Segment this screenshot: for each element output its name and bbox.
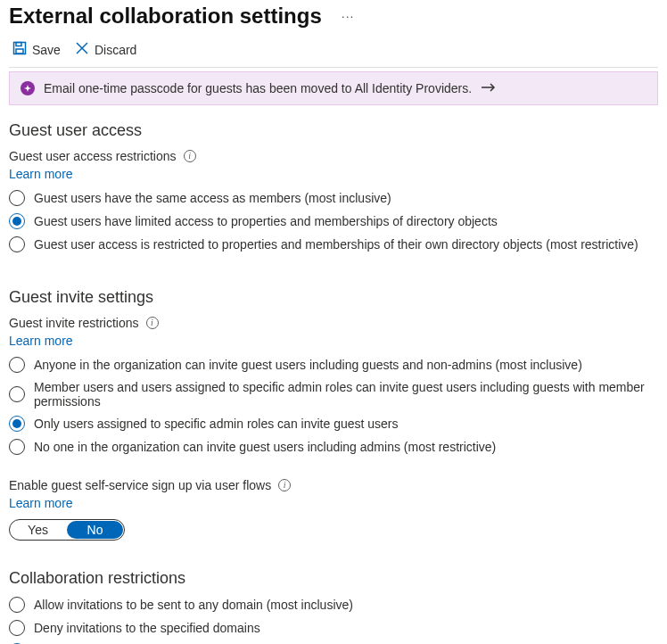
- svg-rect-2: [16, 49, 23, 54]
- toolbar: Save Discard: [9, 36, 658, 67]
- guest-access-field-label: Guest user access restrictions: [9, 149, 177, 163]
- info-icon[interactable]: i: [146, 317, 159, 329]
- radio-icon: [9, 357, 25, 373]
- save-button[interactable]: Save: [12, 41, 61, 58]
- radio-label: Allow invitations to be sent to any doma…: [34, 598, 353, 612]
- svg-marker-5: [24, 85, 31, 92]
- more-button[interactable]: ···: [342, 9, 355, 23]
- close-icon: [75, 41, 89, 58]
- radio-label: Member users and users assigned to speci…: [34, 380, 658, 409]
- section-title-guest-invite: Guest invite settings: [9, 288, 658, 307]
- notice-text: Email one-time passcode for guests has b…: [44, 81, 472, 95]
- guest-invite-field-label: Guest invite restrictions: [9, 316, 139, 330]
- page-title: External collaboration settings: [9, 4, 322, 29]
- radio-icon: [9, 597, 25, 613]
- radio-icon: [9, 190, 25, 206]
- radio-icon: [9, 213, 25, 229]
- radio-icon: [9, 386, 25, 402]
- guest-access-radio-group: Guest users have the same access as memb…: [9, 190, 658, 252]
- notice-bar: Email one-time passcode for guests has b…: [9, 71, 658, 105]
- collab-option-0[interactable]: Allow invitations to be sent to any doma…: [9, 597, 658, 613]
- guest-invite-option-2[interactable]: Only users assigned to specific admin ro…: [9, 416, 658, 432]
- save-label: Save: [32, 43, 61, 57]
- guest-invite-radio-group: Anyone in the organization can invite gu…: [9, 357, 658, 455]
- divider: [9, 67, 658, 68]
- guest-invite-option-3[interactable]: No one in the organization can invite gu…: [9, 439, 658, 455]
- guest-access-option-2[interactable]: Guest user access is restricted to prope…: [9, 236, 658, 252]
- radio-label: Guest users have the same access as memb…: [34, 191, 391, 205]
- guest-access-option-0[interactable]: Guest users have the same access as memb…: [9, 190, 658, 206]
- section-title-guest-access: Guest user access: [9, 121, 658, 140]
- compass-icon: [21, 81, 35, 95]
- radio-icon: [9, 416, 25, 432]
- radio-label: Guest users have limited access to prope…: [34, 214, 498, 228]
- radio-label: Deny invitations to the specified domain…: [34, 621, 260, 635]
- arrow-right-icon[interactable]: [481, 81, 497, 95]
- radio-label: Anyone in the organization can invite gu…: [34, 358, 582, 372]
- radio-icon: [9, 439, 25, 455]
- radio-label: No one in the organization can invite gu…: [34, 440, 496, 454]
- radio-label: Only users assigned to specific admin ro…: [34, 417, 399, 431]
- section-title-collab: Collaboration restrictions: [9, 569, 658, 588]
- toggle-no[interactable]: No: [67, 521, 123, 539]
- guest-invite-option-1[interactable]: Member users and users assigned to speci…: [9, 380, 658, 409]
- self-service-label: Enable guest self-service sign up via us…: [9, 478, 271, 492]
- info-icon[interactable]: i: [184, 150, 196, 162]
- svg-rect-1: [16, 43, 21, 46]
- radio-icon: [9, 236, 25, 252]
- radio-label: Guest user access is restricted to prope…: [34, 237, 638, 252]
- guest-invite-option-0[interactable]: Anyone in the organization can invite gu…: [9, 357, 658, 373]
- radio-icon: [9, 620, 25, 636]
- self-service-toggle[interactable]: Yes No: [9, 519, 125, 541]
- save-icon: [12, 41, 27, 58]
- collab-option-1[interactable]: Deny invitations to the specified domain…: [9, 620, 658, 636]
- collab-radio-group: Allow invitations to be sent to any doma…: [9, 597, 658, 644]
- info-icon[interactable]: i: [278, 479, 291, 491]
- learn-more-link[interactable]: Learn more: [9, 167, 73, 181]
- discard-button[interactable]: Discard: [75, 41, 136, 58]
- guest-access-option-1[interactable]: Guest users have limited access to prope…: [9, 213, 658, 229]
- toggle-yes[interactable]: Yes: [10, 520, 66, 540]
- learn-more-link[interactable]: Learn more: [9, 496, 73, 510]
- discard-label: Discard: [95, 43, 136, 57]
- learn-more-link[interactable]: Learn more: [9, 334, 73, 348]
